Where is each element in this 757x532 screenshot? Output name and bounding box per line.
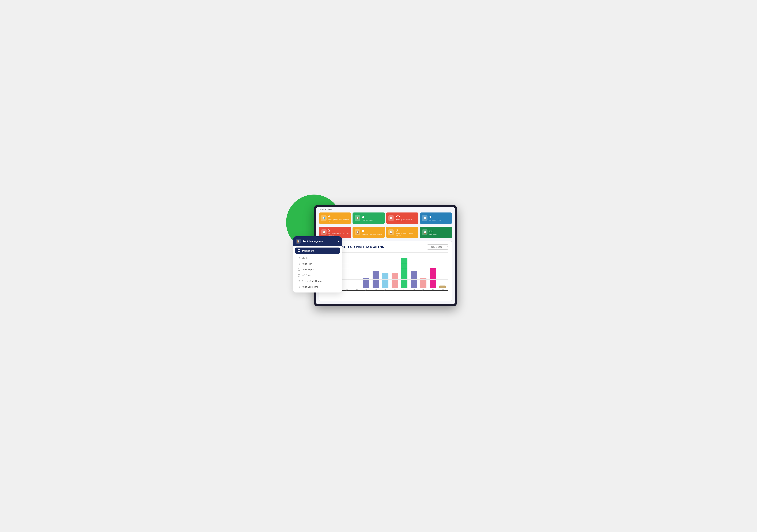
bar-group: Feb <box>352 252 361 290</box>
chart-bars-area: 14121086420 DecJanFebMarAprMayJunJulAugS… <box>331 252 448 291</box>
sidebar-label-audit-scorecard: Audit Scorecard <box>302 285 318 288</box>
bar-label-sep: Sep <box>422 288 425 291</box>
sidebar-item-master[interactable]: Master ‹ <box>293 255 342 261</box>
stat-icon-2: 📋 <box>355 215 360 221</box>
bar-group: Jan <box>343 252 351 290</box>
stat-desc-8: Final Report <box>429 233 450 235</box>
sidebar-radio-audit-plan <box>298 263 300 265</box>
stat-number-1: 4 <box>328 214 349 218</box>
bar-group: Oct <box>429 252 437 290</box>
sidebar-item-overall-audit-report[interactable]: Overall Audit Report <box>293 278 342 284</box>
chart-bar-oct <box>430 268 436 288</box>
bar-group: Sep <box>419 252 428 290</box>
bar-group: May <box>381 252 389 290</box>
sidebar-chevron-icon[interactable]: ▾ <box>338 240 339 243</box>
chart-bar-jul <box>401 258 408 288</box>
stat-card-waiting-auditor-approval[interactable]: 📋 0 Waiting for HSE Auditor Approval <box>352 226 385 238</box>
stat-card-waiting-hse[interactable]: 📋 25 Waiting for HSE Auditor to Prepare … <box>386 213 418 224</box>
stat-number-8: 33 <box>429 229 450 233</box>
stat-icon-4: 📋 <box>422 215 428 221</box>
stat-number-4: 1 <box>429 215 450 219</box>
stat-number-7: 0 <box>396 228 416 232</box>
chart-bar-sep <box>420 278 426 288</box>
bar-label-mar: Mar <box>365 288 368 291</box>
chart-bar-nov <box>439 285 446 288</box>
bar-group: Apr <box>372 252 380 290</box>
sidebar-item-audit-report[interactable]: Audit Report <box>293 267 342 273</box>
bar-group: Jul <box>400 252 409 290</box>
chart-bar-mar <box>363 278 369 288</box>
chart-bar-may <box>382 273 388 288</box>
sidebar-label-nc-form: NC Form <box>302 274 311 277</box>
bar-label-jul: Jul <box>403 288 406 291</box>
sidebar: 📋 Audit Management ▾ Dashboard Master ‹ … <box>293 236 342 292</box>
bar-label-may: May <box>384 288 387 291</box>
chart-bar-aug <box>411 271 417 288</box>
stat-number-5: 2 <box>328 228 349 232</box>
stat-icon-5: 📋 <box>321 229 326 235</box>
sidebar-header-icon: 📋 <box>296 239 301 244</box>
stat-number-3: 25 <box>396 214 416 218</box>
stat-icon-6: 📋 <box>355 229 360 235</box>
stat-icon-1: 📊 <box>321 215 326 221</box>
sidebar-radio-overall-audit <box>298 280 300 282</box>
stat-card-waiting-final-hse[interactable]: 📋 0 Waiting for Final HSE Head Approval <box>386 226 418 238</box>
stat-number-6: 0 <box>362 229 383 233</box>
stat-icon-8: 📋 <box>422 229 428 235</box>
stat-desc-3: Waiting for HSE Auditor to Prepare Repor… <box>396 219 416 222</box>
sidebar-master-chevron-icon: ‹ <box>337 257 337 259</box>
year-select[interactable]: --Select Year-- 2023 2022 2021 <box>427 244 448 250</box>
bar-group: Aug <box>409 252 418 290</box>
stat-card-nc-pending[interactable]: 📋 2 NC Form Pending for HSE Head Approva… <box>319 226 351 238</box>
sidebar-item-dashboard[interactable]: Dashboard <box>295 248 340 254</box>
sidebar-label-master: Master <box>302 257 309 259</box>
stat-desc-2: New Audit Report <box>362 219 383 221</box>
sidebar-active-label: Dashboard <box>302 250 314 252</box>
bar-label-apr: Apr <box>374 288 377 291</box>
stat-desc-4: Generate NC Form <box>429 219 450 221</box>
chart-bar-jun <box>392 273 398 288</box>
stat-card-audit-plan-waiting[interactable]: 📊 4 Audit Plan Waiting for HSE Head Appr… <box>319 213 351 224</box>
stat-card-generate-nc[interactable]: 📋 1 Generate NC Form <box>420 213 452 224</box>
bar-label-feb: Feb <box>355 288 358 291</box>
chart-bar-apr <box>373 271 379 288</box>
sidebar-radio-audit-report <box>298 268 300 271</box>
stat-card-final-report[interactable]: 📋 33 Final Report <box>420 226 452 238</box>
sidebar-active-radio <box>298 249 300 252</box>
bar-label-oct: Oct <box>432 288 434 291</box>
bar-label-jun: Jun <box>393 288 396 291</box>
sidebar-item-nc-form[interactable]: NC Form <box>293 273 342 278</box>
sidebar-item-audit-scorecard[interactable]: Audit Scorecard <box>293 284 342 290</box>
bar-label-nov: Nov <box>441 288 444 291</box>
dashboard-label: DASHBOARD <box>316 207 455 211</box>
sidebar-label-audit-plan: Audit Plan <box>302 262 312 265</box>
stat-number-2: 4 <box>362 215 383 219</box>
scene: DASHBOARD 📊 4 Audit Plan Waiting for HSE… <box>300 205 457 327</box>
sidebar-label-overall-audit: Overall Audit Report <box>302 280 322 282</box>
sidebar-header: 📋 Audit Management ▾ <box>293 236 342 246</box>
bar-group: Nov <box>438 252 447 290</box>
sidebar-header-title: Audit Management <box>302 240 324 243</box>
bar-group: Jun <box>390 252 399 290</box>
stat-card-new-audit[interactable]: 📋 4 New Audit Report <box>352 213 385 224</box>
stats-grid-row1: 📊 4 Audit Plan Waiting for HSE Head Appr… <box>316 211 455 225</box>
stat-desc-1: Audit Plan Waiting for HSE Head Approval <box>328 219 349 222</box>
stat-icon-3: 📋 <box>388 215 394 221</box>
sidebar-radio-nc-form <box>298 274 300 277</box>
sidebar-item-audit-plan[interactable]: Audit Plan <box>293 261 342 267</box>
stat-desc-6: Waiting for HSE Auditor Approval <box>362 233 383 235</box>
bar-group: Mar <box>362 252 371 290</box>
stat-desc-5: NC Form Pending for HSE Head Approval <box>328 232 349 236</box>
stat-desc-7: Waiting for Final HSE Head Approval <box>396 232 416 236</box>
sidebar-label-audit-report: Audit Report <box>302 268 314 271</box>
stat-icon-7: 📋 <box>388 229 394 235</box>
bar-label-aug: Aug <box>412 288 415 291</box>
bar-label-jan: Jan <box>346 288 348 291</box>
sidebar-radio-master <box>298 257 300 259</box>
sidebar-radio-audit-scorecard <box>298 286 300 288</box>
